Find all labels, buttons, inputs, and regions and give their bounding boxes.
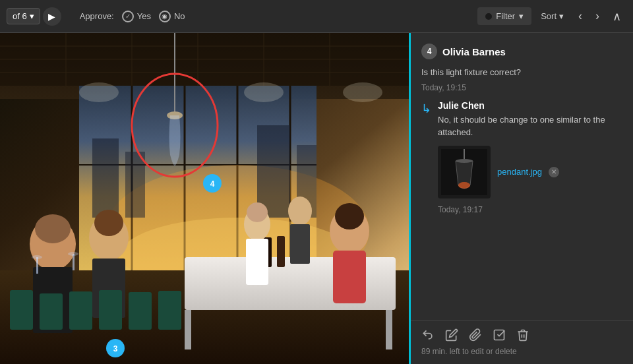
svg-point-67 [456,159,473,163]
sort-label: Sort [541,11,557,21]
svg-text:3: 3 [113,344,118,353]
svg-point-66 [458,182,470,189]
main-toolbar: of 6 ▾ ▶ Approve: ✓ Yes ◉ No Filter ▾ So… [0,0,633,33]
toolbar-left: of 6 ▾ ▶ Approve: ✓ Yes ◉ No [0,7,471,26]
svg-rect-28 [386,310,392,349]
attachment-filename[interactable]: pendant.jpg [497,167,542,177]
filter-dropdown-icon: ▾ [519,11,524,21]
svg-rect-31 [277,236,285,267]
prev-arrow-button[interactable]: ‹ [573,7,588,26]
page-dropdown[interactable]: of 6 ▾ [7,8,40,24]
filter-button[interactable]: Filter ▾ [477,7,531,25]
reply-arrow-icon: ↳ [421,102,431,222]
attach-button[interactable] [469,328,482,342]
svg-text:4: 4 [210,179,215,189]
approve-yes-option[interactable]: ✓ Yes [122,11,151,22]
svg-rect-36 [246,239,268,285]
approve-label: Approve: [80,11,114,21]
edit-time-note: 89 min. left to edit or delete [421,347,622,356]
reply-section: ↳ Julie Chen No, it should be change to … [421,100,622,222]
attachment-area: pendant.jpg ✕ [438,146,622,198]
svg-point-44 [288,197,312,226]
svg-point-55 [68,252,78,256]
yes-label: Yes [137,11,151,21]
approve-section: Approve: ✓ Yes ◉ No [67,11,198,22]
comment-section: 4 Olivia Barnes Is this light fixture co… [411,33,633,320]
reply-content: Julie Chen No, it should be change to on… [438,100,622,222]
svg-rect-51 [158,291,181,330]
right-panel: 4 Olivia Barnes Is this light fixture co… [409,33,633,364]
svg-rect-68 [495,330,504,340]
next-page-button[interactable]: ▶ [43,7,61,26]
svg-rect-47 [40,293,63,330]
filter-dot-icon [485,13,492,20]
reply-text: No, it should be change to one similar t… [438,113,622,139]
yes-check-icon: ✓ [122,11,134,22]
sort-button[interactable]: Sort ▾ [534,7,570,25]
toolbar-right: Filter ▾ Sort ▾ ‹ › ∧ [471,7,633,26]
image-panel[interactable]: 4 3 [0,33,409,364]
page-counter-text: of 6 [13,11,27,21]
svg-point-53 [32,255,42,259]
delete-button[interactable] [516,328,529,342]
svg-point-56 [79,82,119,102]
svg-rect-45 [290,224,310,264]
svg-point-43 [94,210,123,236]
svg-point-34 [335,203,364,229]
filter-label: Filter [496,11,515,21]
attachment-preview [438,146,491,198]
reply-time: Today, 19:17 [438,205,622,214]
main-content: 4 3 4 Olivia Barnes Is this light fixtur… [0,33,633,364]
comment-text: Is this light fixture correct? [421,66,622,79]
no-radio-icon: ◉ [159,11,171,22]
reply-button[interactable] [421,328,435,342]
dropdown-arrow-icon: ▾ [30,11,34,21]
approve-no-option[interactable]: ◉ No [159,11,185,22]
svg-rect-48 [69,291,92,330]
up-arrow-button[interactable]: ∧ [607,7,626,26]
page-counter: of 6 ▾ ▶ [7,7,61,26]
edit-button[interactable] [445,328,458,342]
reply-author: Julie Chen [438,100,622,111]
svg-point-57 [244,82,284,102]
next-arrow-button[interactable]: › [590,7,605,26]
svg-point-40 [35,214,71,243]
svg-rect-54 [73,254,75,270]
svg-rect-20 [125,152,145,218]
attachment-info: pendant.jpg [497,167,542,177]
comment-number-badge: 4 [421,44,437,59]
check-button[interactable] [493,328,506,342]
pendant-thumbnail [441,149,487,195]
svg-rect-19 [92,138,119,218]
comment-toolbar: 89 min. left to edit or delete [411,320,633,364]
svg-rect-52 [36,257,38,274]
comment-author: Olivia Barnes [442,46,506,57]
sort-dropdown-icon: ▾ [559,11,564,21]
svg-rect-33 [333,251,366,303]
svg-point-58 [343,82,382,102]
svg-rect-27 [185,310,191,349]
restaurant-image: 4 3 [0,33,409,364]
svg-rect-50 [129,292,152,330]
comment-actions [421,328,622,342]
comment-time: Today, 19:15 [421,83,622,92]
svg-rect-49 [99,290,122,330]
comment-header: 4 Olivia Barnes [421,44,622,59]
no-label: No [174,11,185,21]
svg-point-37 [247,202,268,222]
svg-rect-46 [10,290,33,330]
attachment-remove-button[interactable]: ✕ [549,167,559,177]
